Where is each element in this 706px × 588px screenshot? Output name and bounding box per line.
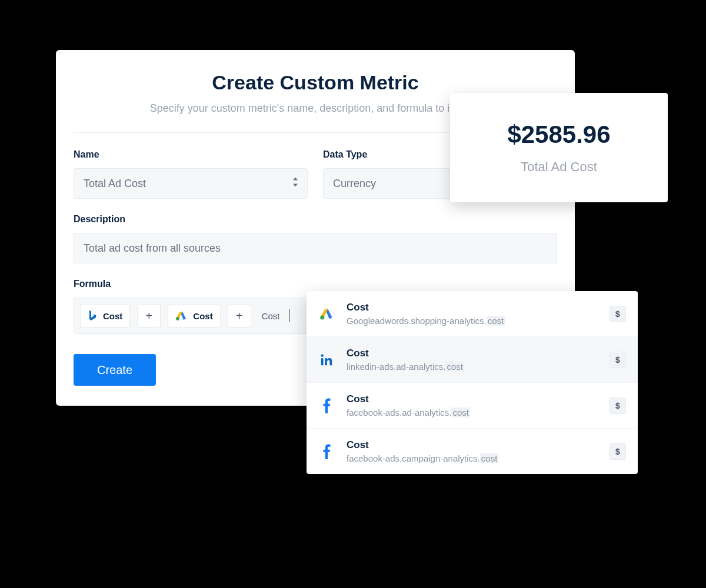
- description-label: Description: [74, 214, 557, 225]
- text-cursor: [289, 309, 290, 322]
- svg-point-3: [321, 354, 323, 356]
- svg-rect-2: [321, 358, 324, 365]
- description-input[interactable]: Total ad cost from all sources: [74, 233, 557, 263]
- dropdown-item-googleads[interactable]: Cost Googleadwords.shopping-analytics.co…: [307, 291, 638, 337]
- facebook-icon: [318, 398, 335, 413]
- modal-title: Create Custom Metric: [74, 71, 557, 94]
- formula-token-bing[interactable]: Cost: [80, 304, 130, 328]
- name-label: Name: [74, 149, 308, 160]
- result-label: Total Ad Cost: [521, 159, 597, 175]
- dropdown-item-path: linkedin-ads.ad-analytics.cost: [347, 362, 598, 372]
- dropdown-item-title: Cost: [347, 302, 598, 313]
- dropdown-item-path: facebook-ads.ad-analytics.cost: [347, 407, 598, 417]
- google-ads-icon: [318, 308, 335, 320]
- dropdown-item-facebook-campaign[interactable]: Cost facebook-ads.campaign-analytics.cos…: [307, 429, 638, 474]
- linkedin-icon: [318, 353, 335, 366]
- result-value: $2585.96: [507, 121, 610, 149]
- currency-badge: $: [610, 352, 626, 368]
- svg-point-1: [320, 315, 324, 319]
- formula-label: Formula: [74, 279, 557, 289]
- stepper-icon[interactable]: [292, 177, 299, 191]
- currency-badge: $: [610, 443, 626, 460]
- metric-dropdown: Cost Googleadwords.shopping-analytics.co…: [307, 291, 638, 474]
- formula-op-plus[interactable]: +: [228, 304, 251, 328]
- name-value: Total Ad Cost: [84, 178, 146, 190]
- svg-point-0: [176, 317, 179, 320]
- google-ads-icon: [175, 310, 187, 321]
- create-button[interactable]: Create: [74, 354, 156, 386]
- dropdown-item-facebook-ad[interactable]: Cost facebook-ads.ad-analytics.cost $: [307, 383, 638, 429]
- dropdown-item-path: facebook-ads.campaign-analytics.cost: [347, 453, 598, 463]
- formula-token-label: Cost: [103, 311, 122, 321]
- currency-badge: $: [610, 397, 626, 414]
- formula-token-googleads[interactable]: Cost: [168, 304, 220, 328]
- datatype-value: Currency: [333, 178, 376, 190]
- dropdown-item-title: Cost: [347, 348, 598, 359]
- bing-icon: [88, 310, 97, 322]
- currency-badge: $: [610, 306, 626, 322]
- dropdown-item-title: Cost: [347, 393, 598, 405]
- description-field: Description Total ad cost from all sourc…: [74, 214, 557, 263]
- dropdown-item-linkedin[interactable]: Cost linkedin-ads.ad-analytics.cost $: [307, 337, 638, 383]
- formula-op-plus[interactable]: +: [137, 304, 161, 328]
- dropdown-item-path: Googleadwords.shopping-analytics.cost: [347, 316, 598, 326]
- description-value: Total ad cost from all sources: [84, 242, 221, 255]
- dropdown-item-title: Cost: [347, 439, 598, 451]
- formula-token-label: Cost: [193, 311, 212, 321]
- name-input[interactable]: Total Ad Cost: [74, 168, 308, 199]
- result-card: $2585.96 Total Ad Cost: [450, 93, 668, 202]
- facebook-icon: [318, 444, 335, 459]
- formula-typed-text: Cost: [258, 311, 280, 321]
- name-field: Name Total Ad Cost: [74, 149, 308, 199]
